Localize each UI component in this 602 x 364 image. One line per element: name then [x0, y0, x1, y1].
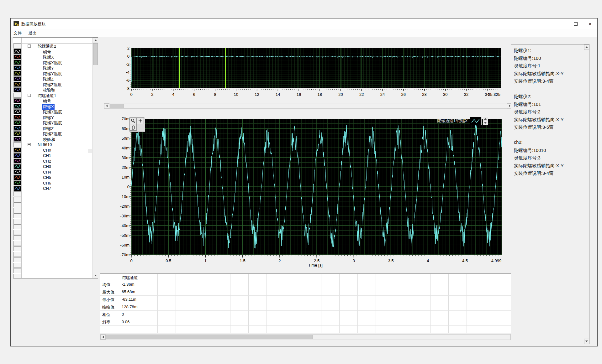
- tree-item-label[interactable]: 帧号: [42, 98, 52, 104]
- tree-item-row[interactable]: 陀螺X: [13, 54, 92, 60]
- waveform-plot-icon[interactable]: [13, 137, 21, 142]
- tree-item-label[interactable]: 陀螺X温度: [42, 60, 63, 66]
- tree-item-label[interactable]: 陀螺Y: [42, 65, 55, 71]
- scroll-thumb[interactable]: [106, 335, 313, 339]
- tree-group-row[interactable]: 陀螺通道1: [13, 93, 92, 98]
- waveform-plot-icon[interactable]: [13, 164, 21, 169]
- overview-horizontal-scrollbar[interactable]: [104, 103, 513, 109]
- collapse-expander-icon[interactable]: [28, 94, 31, 97]
- main-chart-plot[interactable]: [131, 119, 502, 255]
- pan-tool-button[interactable]: [129, 124, 137, 131]
- tree-group-label[interactable]: 陀螺通道1: [38, 93, 56, 99]
- tree-item-label[interactable]: CH2: [42, 159, 52, 164]
- scroll-left-button[interactable]: [100, 335, 106, 340]
- waveform-plot-icon[interactable]: [13, 87, 21, 92]
- waveform-plot-icon[interactable]: [13, 71, 21, 76]
- scroll-thumb[interactable]: [93, 43, 98, 65]
- tree-item-row[interactable]: 陀螺X温度: [13, 109, 92, 115]
- tree-item-row[interactable]: 陀螺X: [13, 104, 92, 109]
- tree-item-row[interactable]: 帧号: [13, 49, 92, 55]
- tree-item-row[interactable]: CH4: [13, 169, 92, 175]
- waveform-plot-icon[interactable]: [13, 175, 21, 180]
- tree-item-row[interactable]: 陀螺Z: [13, 126, 92, 131]
- cursor-tool-button[interactable]: [137, 117, 144, 124]
- collapse-expander-icon[interactable]: [28, 44, 31, 48]
- tree-item-label[interactable]: CH6: [42, 181, 52, 185]
- tree-item-row[interactable]: 陀螺Z温度: [13, 131, 92, 137]
- waveform-plot-icon[interactable]: [13, 65, 21, 70]
- tree-item-label[interactable]: CH4: [42, 170, 52, 174]
- table-horizontal-scrollbar[interactable]: [100, 334, 516, 340]
- tree-item-row[interactable]: CH3: [13, 164, 92, 169]
- tree-item-label[interactable]: 陀螺Y温度: [42, 71, 63, 77]
- tree-vertical-scrollbar[interactable]: [92, 38, 98, 278]
- legend-scroll-up-button[interactable]: [483, 117, 488, 121]
- scroll-up-button[interactable]: [584, 44, 589, 50]
- maximize-button[interactable]: [568, 18, 583, 29]
- zoom-tool-button[interactable]: [129, 117, 137, 124]
- menu-exit[interactable]: 退出: [26, 29, 40, 37]
- tree-item-label[interactable]: 陀螺Z温度: [42, 131, 62, 137]
- waveform-plot-icon[interactable]: [13, 153, 21, 158]
- waveform-plot-icon[interactable]: [13, 76, 21, 81]
- tree-item-row[interactable]: 陀螺Y: [13, 65, 92, 71]
- scroll-thumb[interactable]: [110, 104, 124, 108]
- tree-item-row[interactable]: 陀螺Y: [13, 115, 92, 120]
- tree-item-label[interactable]: 校验和: [42, 137, 56, 143]
- tree-item-row[interactable]: CH6: [13, 180, 92, 186]
- waveform-plot-icon[interactable]: [13, 98, 21, 103]
- minimize-button[interactable]: [554, 18, 568, 29]
- waveform-plot-icon[interactable]: [13, 55, 21, 60]
- scroll-down-button[interactable]: [93, 273, 98, 278]
- legend-scroll-down-button[interactable]: [483, 121, 488, 125]
- tree-item-label[interactable]: 陀螺Y: [42, 115, 55, 121]
- tree-group-row[interactable]: 陀螺通道2: [13, 43, 92, 49]
- waveform-plot-icon[interactable]: [13, 131, 21, 136]
- tree-item-label[interactable]: 陀螺Z: [42, 126, 54, 132]
- tree-group-label[interactable]: 陀螺通道2: [38, 44, 56, 49]
- waveform-plot-icon[interactable]: [13, 180, 21, 185]
- waveform-plot-icon[interactable]: [13, 159, 21, 164]
- waveform-plot-icon[interactable]: [13, 109, 21, 114]
- tree-item-label[interactable]: 帧号: [42, 49, 52, 55]
- close-button[interactable]: ×: [583, 18, 597, 29]
- tree-item-label[interactable]: 校验和: [42, 87, 56, 93]
- tree-group-label[interactable]: NI 9610: [38, 142, 52, 147]
- waveform-plot-icon[interactable]: [13, 82, 21, 87]
- tree-item-label[interactable]: 陀螺X: [42, 55, 55, 60]
- collapse-expander-icon[interactable]: [28, 143, 31, 146]
- tree-item-row[interactable]: CH5: [13, 175, 92, 180]
- tree-item-row[interactable]: 陀螺Z: [13, 76, 92, 82]
- waveform-plot-icon[interactable]: [13, 148, 21, 153]
- waveform-plot-icon[interactable]: [13, 186, 21, 191]
- waveform-plot-icon[interactable]: [13, 120, 21, 125]
- menu-file[interactable]: 文件: [11, 29, 24, 37]
- scroll-up-button[interactable]: [93, 38, 98, 43]
- tree-item-label[interactable]: CH1: [42, 153, 52, 158]
- waveform-plot-icon[interactable]: [13, 49, 21, 54]
- waveform-plot-icon[interactable]: [13, 60, 21, 65]
- tree-item-row[interactable]: CH1: [13, 153, 92, 159]
- tree-item-row[interactable]: 陀螺Y温度: [13, 71, 92, 76]
- scroll-down-button[interactable]: [584, 339, 589, 344]
- tree-item-row[interactable]: CH7: [13, 186, 92, 191]
- tree-item-row[interactable]: 帧号: [13, 98, 92, 104]
- tree-item-row[interactable]: CH2: [13, 159, 92, 164]
- y-scale-lock-button[interactable]: [88, 149, 92, 153]
- overview-chart-plot[interactable]: [131, 48, 501, 88]
- tree-item-label[interactable]: 陀螺X温度: [42, 109, 63, 115]
- legend-plot-style-button[interactable]: [470, 117, 482, 125]
- tree-item-label[interactable]: 陀螺Z: [42, 76, 54, 82]
- waveform-plot-icon[interactable]: [13, 126, 21, 131]
- tree-item-label[interactable]: 陀螺Y温度: [42, 120, 63, 126]
- tree-item-row[interactable]: 校验和: [13, 137, 92, 142]
- tree-item-label[interactable]: CH5: [42, 175, 52, 180]
- tree-item-label-selected[interactable]: 陀螺X: [42, 104, 55, 110]
- tree-item-row[interactable]: 校验和: [13, 87, 92, 93]
- tree-item-row[interactable]: CH0: [13, 148, 92, 153]
- tree-item-label[interactable]: 陀螺Z温度: [42, 82, 62, 88]
- tree-item-label[interactable]: CH0: [42, 148, 52, 153]
- info-vertical-scrollbar[interactable]: [584, 44, 589, 344]
- waveform-plot-icon[interactable]: [13, 115, 21, 120]
- tree-item-row[interactable]: 陀螺X温度: [13, 60, 92, 65]
